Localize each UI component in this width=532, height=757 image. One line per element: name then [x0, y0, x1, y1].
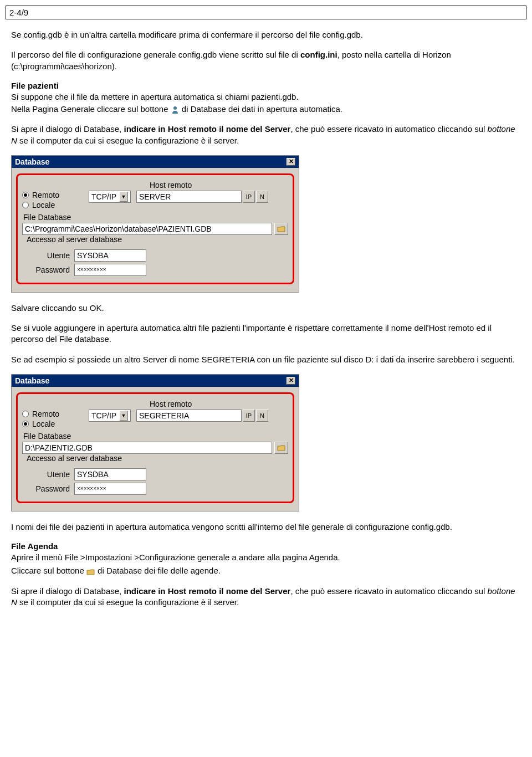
browse-button[interactable] — [274, 442, 288, 454]
paragraph: Se ad esempio si possiede un altro Serve… — [11, 354, 521, 365]
radio-remoto[interactable]: Remoto — [22, 410, 89, 418]
heading-file-pazienti: File pazienti — [11, 81, 521, 90]
password-input[interactable]: ××××××××× — [74, 483, 146, 495]
paragraph: Se config.gdb è in un'altra cartella mod… — [11, 29, 521, 40]
paragraph: Salvare cliccando su OK. — [11, 303, 521, 314]
ip-button[interactable]: IP — [243, 191, 255, 203]
utente-label: Utente — [25, 251, 70, 260]
password-label: Password — [25, 265, 70, 274]
paragraph: Cliccare sul bottone di Database dei fil… — [11, 565, 521, 576]
paragraph: Aprire il menù File >Impostazioni >Confi… — [11, 552, 521, 563]
password-input[interactable]: ××××××××× — [74, 264, 146, 276]
database-dialog-1: Database ✕ Host remoto Remoto Locale — [11, 155, 299, 293]
password-label: Password — [25, 484, 70, 493]
folder-open-icon — [277, 444, 286, 451]
radio-icon — [22, 421, 29, 427]
dialog-titlebar: Database ✕ — [12, 156, 299, 168]
radio-icon — [22, 202, 29, 208]
paragraph: Nella Pagina Generale cliccare sul botto… — [11, 104, 521, 115]
protocol-dropdown[interactable]: TCP/IP ▼ — [89, 410, 131, 422]
utente-input[interactable]: SYSDBA — [74, 249, 146, 262]
utente-label: Utente — [25, 470, 70, 479]
document-body: Se config.gdb è in un'altra cartella mod… — [0, 29, 532, 628]
n-button[interactable]: N — [256, 191, 268, 203]
n-button[interactable]: N — [256, 410, 268, 422]
dialog-title-text: Database — [15, 376, 49, 385]
folder-open-icon — [86, 567, 95, 575]
close-icon[interactable]: ✕ — [287, 377, 295, 385]
page-number-box: 2-4/9 — [6, 6, 526, 19]
dialog-titlebar: Database ✕ — [12, 375, 299, 387]
paragraph: Il percorso del file di configurazione g… — [11, 49, 521, 72]
person-icon — [171, 105, 180, 113]
paragraph: Si suppone che il file da mettere in ape… — [11, 91, 521, 103]
paragraph: Se si vuole aggiungere in apertura autom… — [11, 323, 521, 345]
host-remoto-label: Host remoto — [150, 181, 192, 190]
file-database-label: File Database — [23, 213, 288, 222]
host-input[interactable]: SERVER — [136, 191, 242, 203]
chevron-down-icon: ▼ — [119, 192, 128, 202]
svg-point-0 — [173, 106, 177, 110]
file-path-input[interactable]: C:\Programmi\Caes\Horizon\database\PAZIE… — [22, 223, 272, 235]
browse-button[interactable] — [274, 223, 288, 235]
database-dialog-2: Database ✕ Host remoto Remoto Locale — [11, 374, 299, 512]
utente-input[interactable]: SYSDBA — [74, 468, 146, 480]
chevron-down-icon: ▼ — [119, 411, 128, 421]
access-server-label: Accesso al server database — [25, 454, 123, 463]
folder-open-icon — [277, 226, 286, 232]
radio-icon — [22, 411, 29, 417]
host-remoto-label: Host remoto — [150, 400, 192, 408]
paragraph: Si apre il dialogo di Database, indicare… — [11, 124, 521, 146]
radio-locale[interactable]: Locale — [22, 420, 89, 428]
paragraph: I nomi dei file dei pazienti in apertura… — [11, 521, 521, 533]
file-path-input[interactable]: D:\PAZIENTI2.GDB — [22, 442, 272, 454]
host-input[interactable]: SEGRETERIA — [136, 410, 242, 422]
radio-remoto[interactable]: Remoto — [22, 191, 89, 200]
radio-locale[interactable]: Locale — [22, 201, 89, 209]
protocol-dropdown[interactable]: TCP/IP ▼ — [89, 191, 131, 203]
page-number: 2-4/9 — [9, 8, 28, 17]
heading-file-agenda: File Agenda — [11, 541, 521, 551]
close-icon[interactable]: ✕ — [287, 158, 295, 166]
paragraph: Si apre il dialogo di Database, indicare… — [11, 586, 521, 608]
access-server-label: Accesso al server database — [25, 235, 123, 244]
highlight-frame: Host remoto Remoto Locale TCP/IP — [16, 173, 294, 284]
file-database-label: File Database — [23, 432, 288, 441]
highlight-frame: Host remoto Remoto Locale TCP/IP — [16, 392, 294, 503]
ip-button[interactable]: IP — [243, 410, 255, 422]
dialog-title-text: Database — [15, 157, 49, 166]
radio-icon — [22, 192, 29, 198]
